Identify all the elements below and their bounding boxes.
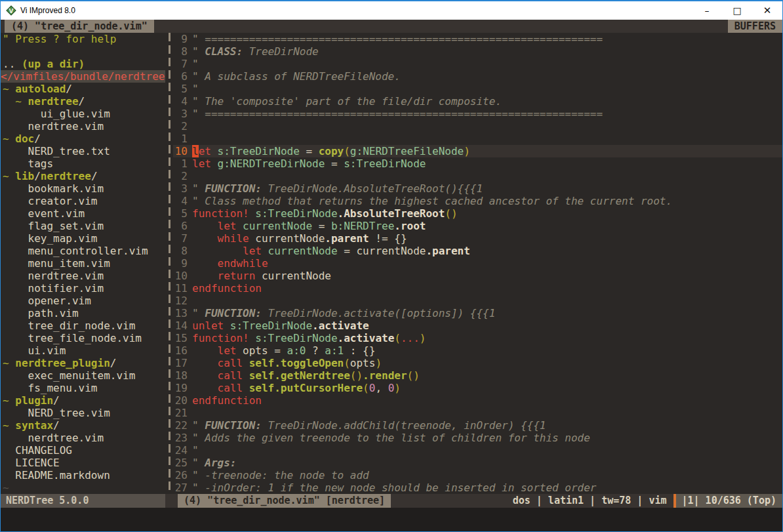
nerdtree-item[interactable]: opener.vim bbox=[1, 295, 165, 307]
close-button[interactable]: ✕ bbox=[752, 1, 782, 20]
syntax-segment: s:TreeDirNode bbox=[218, 145, 300, 157]
syntax-segment: CHANGELOG bbox=[3, 444, 72, 457]
nerdtree-item[interactable]: ~ syntax/ bbox=[1, 419, 165, 432]
code-line[interactable]: 8" CLASS: TreeDirNode bbox=[173, 45, 782, 58]
nerdtree-item[interactable]: tags bbox=[1, 157, 165, 170]
nerdtree-item[interactable]: exec_menuitem.vim bbox=[1, 369, 165, 382]
syntax-segment: function! bbox=[192, 207, 249, 220]
code-line[interactable]: 14unlet s:TreeDirNode.activate bbox=[173, 319, 782, 332]
nerdtree-item[interactable]: tree_dir_node.vim bbox=[1, 319, 165, 332]
nerdtree-item[interactable]: key_map.vim bbox=[1, 232, 165, 245]
syntax-segment: () bbox=[407, 369, 420, 382]
code-line[interactable]: 19 call self.putCursorHere(0, 0) bbox=[173, 382, 782, 394]
code-line[interactable]: 20endfunction bbox=[173, 394, 782, 407]
syntax-segment: FUNCTION: bbox=[205, 307, 262, 319]
nerdtree-root-path[interactable]: </vimfiles/bundle/nerdtree/ bbox=[1, 70, 165, 83]
syntax-segment bbox=[211, 157, 218, 170]
code-line[interactable]: 18 call self.getNerdtree().render() bbox=[173, 369, 782, 382]
code-line[interactable]: 16 let opts = a:0 ? a:1 : {} bbox=[173, 344, 782, 357]
nerdtree-item[interactable]: ~ lib/nerdtree/ bbox=[1, 170, 165, 182]
code-line[interactable]: 1let g:NERDTreeDirNode = s:TreeDirNode bbox=[173, 157, 782, 170]
nerdtree-item[interactable]: fs_menu.vim bbox=[1, 382, 165, 394]
syntax-segment: " bbox=[192, 58, 199, 70]
code-line[interactable]: 23" Adds the given treenode to the list … bbox=[173, 432, 782, 444]
nerdtree-item[interactable] bbox=[1, 45, 165, 58]
code-line[interactable]: 3" FUNCTION: TreeDirNode.AbsoluteTreeRoo… bbox=[173, 182, 782, 195]
nerdtree-item[interactable]: notifier.vim bbox=[1, 282, 165, 295]
code-line[interactable]: 2 bbox=[173, 120, 782, 133]
code-line[interactable]: 24" bbox=[173, 444, 782, 457]
nerdtree-item[interactable]: ~ autoload/ bbox=[1, 83, 165, 95]
syntax-segment: / bbox=[66, 83, 72, 95]
nerdtree-item[interactable]: creator.vim bbox=[1, 195, 165, 207]
nerdtree-item[interactable]: nerdtree.vim bbox=[1, 270, 165, 282]
tab-active-buffer[interactable]: (4) "tree_dir_node.vim" bbox=[5, 20, 154, 33]
code-line[interactable]: 15function! s:TreeDirNode.activate(...) bbox=[173, 332, 782, 344]
syntax-segment: tags bbox=[3, 157, 53, 170]
code-line[interactable]: 22" FUNCTION: TreeDirNode.addChild(treen… bbox=[173, 419, 782, 432]
maximize-button[interactable]: □ bbox=[722, 1, 752, 20]
nerdtree-item[interactable]: ui_glue.vim bbox=[1, 108, 165, 120]
code-line[interactable]: 3" =====================================… bbox=[173, 108, 782, 120]
nerdtree-item[interactable]: tree_file_node.vim bbox=[1, 332, 165, 344]
syntax-segment: endfunction bbox=[192, 282, 262, 295]
syntax-segment: != {} bbox=[369, 232, 407, 245]
code-line[interactable]: 25" Args: bbox=[173, 457, 782, 469]
code-line[interactable]: 4" Class method that returns the highest… bbox=[173, 195, 782, 207]
syntax-segment: autoload bbox=[15, 83, 66, 95]
nerdtree-item[interactable]: README.markdown bbox=[1, 469, 165, 481]
code-line[interactable]: 17 call self.toggleOpen(opts) bbox=[173, 357, 782, 369]
code-line-current[interactable]: 10let s:TreeDirNode = copy(g:NERDTreeFil… bbox=[173, 145, 782, 157]
syntax-segment: opts bbox=[350, 357, 376, 369]
nerdtree-item[interactable]: LICENCE bbox=[1, 457, 165, 469]
code-line[interactable]: 12 bbox=[173, 295, 782, 307]
code-line[interactable]: 4" The 'composite' part of the file/dir … bbox=[173, 95, 782, 108]
nerdtree-item[interactable]: ~ nerdtree_plugin/ bbox=[1, 357, 165, 369]
nerdtree-item[interactable]: menu_item.vim bbox=[1, 257, 165, 270]
code-text: while currentNode.parent != {} bbox=[192, 232, 407, 245]
code-line[interactable]: 11endfunction bbox=[173, 282, 782, 295]
tab-buffers[interactable]: BUFFERS bbox=[728, 20, 782, 33]
code-line[interactable]: 2 bbox=[173, 170, 782, 182]
nerdtree-item[interactable]: ~ nerdtree/ bbox=[1, 95, 165, 108]
nerdtree-item[interactable]: " Press ? for help bbox=[1, 33, 165, 45]
command-line[interactable] bbox=[1, 508, 782, 531]
nerdtree-item[interactable]: nerdtree.vim bbox=[1, 120, 165, 133]
window-split-separator[interactable] bbox=[165, 33, 173, 494]
code-line[interactable]: 7 while currentNode.parent != {} bbox=[173, 232, 782, 245]
code-line[interactable]: 9" =====================================… bbox=[173, 33, 782, 45]
nerdtree-item[interactable]: ~ bbox=[1, 481, 165, 494]
statusline-spacer bbox=[391, 494, 513, 508]
nerdtree-item[interactable]: .. (up a dir) bbox=[1, 58, 165, 70]
code-line[interactable]: 5" bbox=[173, 83, 782, 95]
code-line[interactable]: 8 let currentNode = currentNode.parent bbox=[173, 245, 782, 257]
nerdtree-item[interactable]: flag_set.vim bbox=[1, 220, 165, 232]
nerdtree-item[interactable]: menu_controller.vim bbox=[1, 245, 165, 257]
nerdtree-item[interactable]: ~ plugin/ bbox=[1, 394, 165, 407]
code-line[interactable]: 5function! s:TreeDirNode.AbsoluteTreeRoo… bbox=[173, 207, 782, 220]
code-line[interactable]: 21 bbox=[173, 407, 782, 419]
nerdtree-item[interactable]: NERD_tree.txt bbox=[1, 145, 165, 157]
nerdtree-item[interactable]: ~ doc/ bbox=[1, 133, 165, 145]
nerdtree-item[interactable]: path.vim bbox=[1, 307, 165, 319]
nerdtree-item[interactable]: CHANGELOG bbox=[1, 444, 165, 457]
code-line[interactable]: 7" bbox=[173, 58, 782, 70]
code-line[interactable]: 13" FUNCTION: TreeDirNode.activate([opti… bbox=[173, 307, 782, 319]
minimize-button[interactable]: – bbox=[692, 1, 722, 20]
code-line[interactable]: 26" -treenode: the node to add bbox=[173, 469, 782, 481]
syntax-segment: s:TreeDirNode bbox=[230, 319, 312, 332]
nerdtree-item[interactable]: bookmark.vim bbox=[1, 182, 165, 195]
code-line[interactable]: 9 endwhile bbox=[173, 257, 782, 270]
nerdtree-item[interactable]: ui.vim bbox=[1, 344, 165, 357]
code-line[interactable]: 6" A subclass of NERDTreeFileNode. bbox=[173, 70, 782, 83]
syntax-segment: notifier.vim bbox=[3, 282, 104, 295]
code-line[interactable]: 27" -inOrder: 1 if the new node should b… bbox=[173, 481, 782, 494]
code-line[interactable]: 6 let currentNode = b:NERDTree.root bbox=[173, 220, 782, 232]
syntax-segment: plugin bbox=[15, 394, 53, 407]
nerdtree-item[interactable]: NERD_tree.vim bbox=[1, 407, 165, 419]
code-line[interactable]: 1 bbox=[173, 133, 782, 145]
code-line[interactable]: 10 return currentNode bbox=[173, 270, 782, 282]
nerdtree-item[interactable]: event.vim bbox=[1, 207, 165, 220]
nerdtree-item[interactable]: nerdtree.vim bbox=[1, 432, 165, 444]
syntax-segment: (up a dir) bbox=[22, 58, 85, 70]
